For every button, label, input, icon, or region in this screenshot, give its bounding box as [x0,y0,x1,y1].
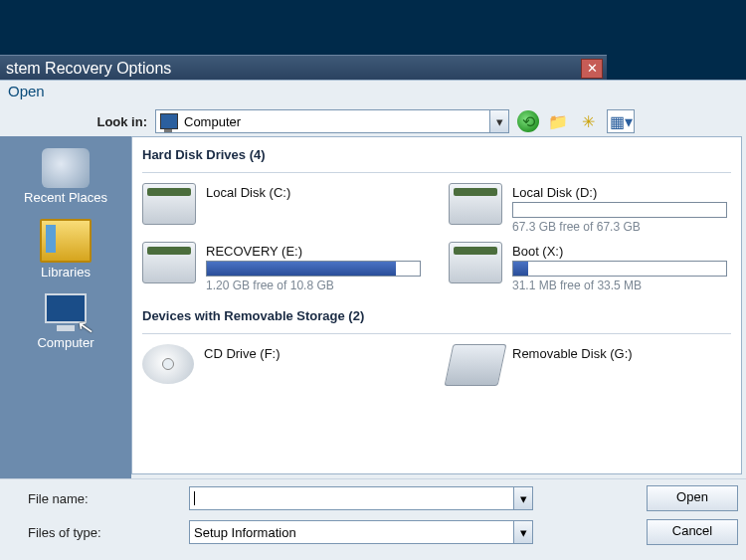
open-dialog: Open Look in: Computer ▾ ⟲ 📁 ✳ ▦▾ Recent… [0,80,746,560]
capacity-bar [206,261,421,277]
chevron-down-icon[interactable]: ▾ [513,521,532,543]
comp-icon [42,293,90,333]
places-item-label: Computer [0,335,131,350]
dialog-title: Open [0,81,746,106]
chevron-down-icon[interactable]: ▾ [513,487,532,509]
hdd-icon [449,242,502,283]
hdd-icon [142,183,196,225]
drive-name: Removable Disk (G:) [512,346,727,361]
filename-label: File name: [8,491,177,506]
drive-name: Local Disk (D:) [512,185,727,200]
places-item-label: Libraries [0,265,131,280]
places-item-recent-places[interactable]: Recent Places [0,144,131,215]
drive-free-text: 67.3 GB free of 67.3 GB [512,220,727,234]
drive-item[interactable]: Removable Disk (G:) [449,344,727,386]
up-one-level-icon[interactable]: 📁 [547,110,569,132]
parent-window-titlebar: stem Recovery Options ✕ [0,55,607,80]
recent-icon [42,148,90,188]
capacity-bar [512,202,727,218]
parent-window-title: stem Recovery Options [6,60,171,77]
drive-grid: Local Disk (C:)Local Disk (D:)67.3 GB fr… [142,183,731,292]
drive-item[interactable]: Local Disk (D:)67.3 GB free of 67.3 GB [449,183,727,234]
filetype-combo[interactable]: Setup Information ▾ [189,520,533,544]
lookin-row: Look in: Computer ▾ ⟲ 📁 ✳ ▦▾ [0,106,746,136]
capacity-bar-fill [513,262,528,276]
places-bar: Recent PlacesLibrariesComputer↖ [0,136,131,478]
rem-icon [445,344,507,386]
places-item-computer[interactable]: Computer [0,289,131,360]
cancel-button[interactable]: Cancel [647,519,738,545]
drive-item[interactable]: RECOVERY (E:)1.20 GB free of 10.8 GB [142,242,421,292]
group-header: Devices with Removable Storage (2) [142,308,731,323]
group-header: Hard Disk Drives (4) [142,147,731,162]
lookin-combo[interactable]: Computer ▾ [155,109,509,133]
open-button[interactable]: Open [647,485,738,511]
divider [142,172,731,173]
dialog-bottom: File name: ▾ Open Files of type: Setup I… [0,478,746,560]
drive-item[interactable]: CD Drive (F:) [142,344,421,386]
drive-name: CD Drive (F:) [204,346,421,361]
lib-icon [40,219,92,263]
filetype-value: Setup Information [194,525,296,540]
chevron-down-icon[interactable]: ▾ [489,110,508,132]
capacity-bar [512,261,727,277]
close-icon[interactable]: ✕ [581,59,603,79]
computer-icon [160,113,178,129]
drive-name: Boot (X:) [512,244,727,259]
drive-name: Local Disk (C:) [206,185,421,200]
drive-grid: CD Drive (F:)Removable Disk (G:) [142,344,731,386]
hdd-icon [449,183,502,225]
lookin-value: Computer [184,114,241,129]
filetype-label: Files of type: [8,525,177,540]
view-menu-icon[interactable]: ▦▾ [607,109,635,133]
filename-input[interactable]: ▾ [189,486,533,510]
places-item-libraries[interactable]: Libraries [0,215,131,289]
file-list[interactable]: Hard Disk Drives (4)Local Disk (C:)Local… [131,136,742,474]
divider [142,333,731,334]
drive-name: RECOVERY (E:) [206,244,421,259]
cd-icon [142,344,194,384]
lookin-label: Look in: [8,114,147,129]
drive-free-text: 31.1 MB free of 33.5 MB [512,279,727,292]
drive-item[interactable]: Local Disk (C:) [142,183,421,234]
drive-free-text: 1.20 GB free of 10.8 GB [206,279,421,292]
capacity-bar-fill [207,262,396,276]
places-item-label: Recent Places [0,190,131,205]
back-icon[interactable]: ⟲ [517,110,539,132]
hdd-icon [142,242,196,283]
drive-item[interactable]: Boot (X:)31.1 MB free of 33.5 MB [449,242,727,292]
new-folder-icon[interactable]: ✳ [577,110,599,132]
